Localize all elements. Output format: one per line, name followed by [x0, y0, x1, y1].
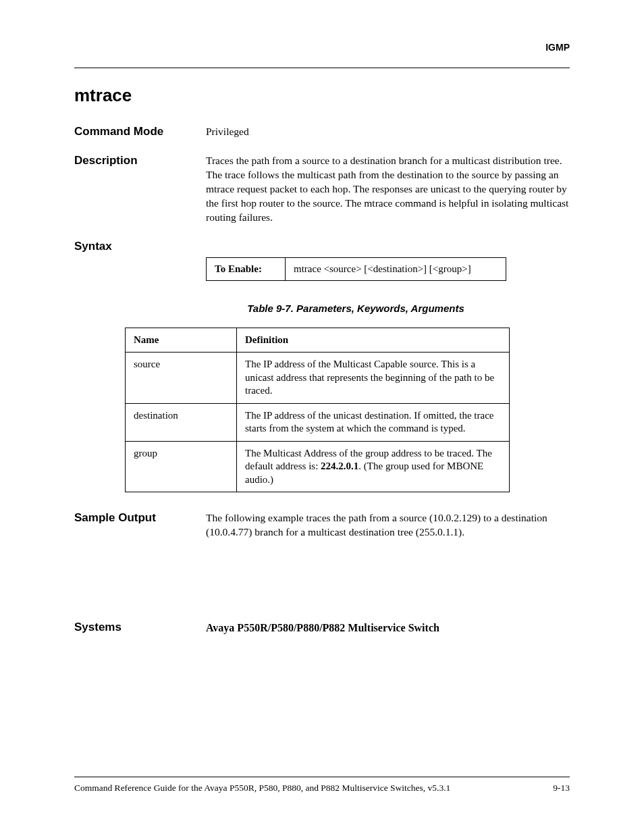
sample-output-text: The following example traces the path fr… [206, 511, 570, 540]
command-mode-label: Command Mode [74, 125, 206, 139]
command-mode-section: Command Mode Privileged [74, 125, 570, 139]
param-name: destination [126, 403, 237, 441]
params-header-name: Name [126, 328, 237, 353]
params-table-caption: Table 9-7. Parameters, Keywords, Argumen… [142, 303, 570, 314]
page-footer: Command Reference Guide for the Avaya P5… [74, 777, 570, 793]
params-header-definition: Definition [237, 328, 510, 353]
table-row: To Enable: mtrace <source> [<destination… [207, 257, 506, 280]
footer-divider [74, 777, 570, 777]
page-title: mtrace [74, 85, 570, 106]
systems-label: Systems [74, 621, 206, 635]
params-table: Name Definition source The IP address of… [125, 328, 510, 493]
systems-value: Avaya P550R/P580/P880/P882 Multiservice … [206, 621, 570, 635]
footer-page-number: 9-13 [553, 783, 570, 793]
top-divider [74, 68, 570, 68]
command-mode-value: Privileged [206, 125, 570, 139]
param-definition: The IP address of the unicast destinatio… [237, 403, 510, 441]
syntax-section: Syntax [74, 240, 570, 253]
syntax-table: To Enable: mtrace <source> [<destination… [206, 257, 506, 281]
systems-section: Systems Avaya P550R/P580/P880/P882 Multi… [74, 621, 570, 635]
syntax-enable-value: mtrace <source> [<destination>] [<group>… [286, 257, 506, 280]
header-section-label: IGMP [545, 42, 570, 53]
param-name: source [126, 353, 237, 404]
table-header-row: Name Definition [126, 328, 510, 353]
param-name: group [126, 441, 237, 492]
description-text: Traces the path from a source to a desti… [206, 154, 570, 225]
description-label: Description [74, 154, 206, 225]
param-def-bold: 224.2.0.1 [321, 461, 358, 471]
param-definition: The Multicast Address of the group addre… [237, 441, 510, 492]
syntax-label: Syntax [74, 240, 206, 253]
description-section: Description Traces the path from a sourc… [74, 154, 570, 225]
table-row: group The Multicast Address of the group… [126, 441, 510, 492]
footer-doc-title: Command Reference Guide for the Avaya P5… [74, 783, 450, 793]
param-definition: The IP address of the Multicast Capable … [237, 353, 510, 404]
table-row: source The IP address of the Multicast C… [126, 353, 510, 404]
syntax-enable-label: To Enable: [207, 257, 286, 280]
sample-output-section: Sample Output The following example trac… [74, 511, 570, 540]
table-row: destination The IP address of the unicas… [126, 403, 510, 441]
sample-output-label: Sample Output [74, 511, 206, 540]
